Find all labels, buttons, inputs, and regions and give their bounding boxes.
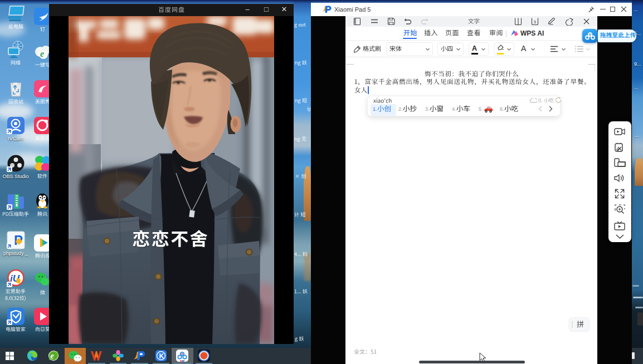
svg-text:e: e [40, 49, 44, 58]
svg-text:e: e [51, 352, 54, 360]
svg-text:3: 3 [534, 19, 537, 24]
svg-text:K: K [159, 352, 164, 360]
